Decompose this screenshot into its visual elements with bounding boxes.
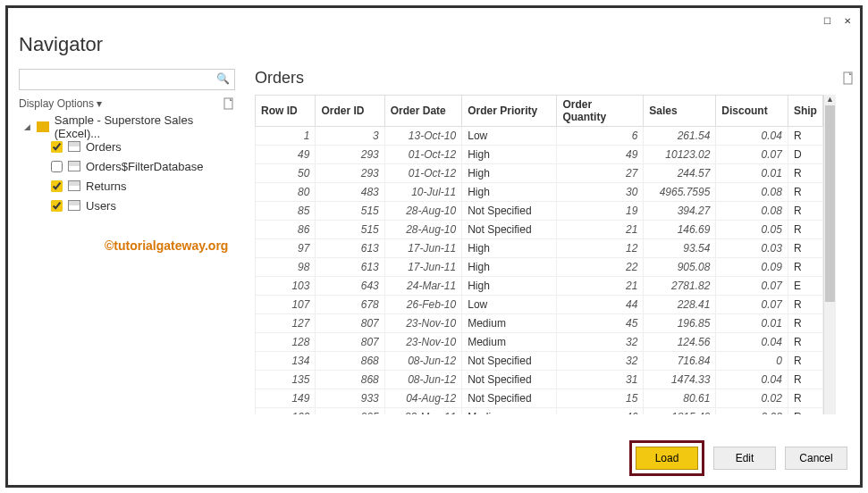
cell: R (788, 183, 822, 202)
tree-root[interactable]: ◢ Sample - Superstore Sales (Excel)... (13, 117, 240, 137)
cell: R (788, 352, 822, 371)
cell: Low (462, 127, 557, 146)
cell: 85 (256, 202, 316, 221)
cell: 0.08 (716, 202, 788, 221)
table-row[interactable]: 8651528-Aug-10Not Specified21146.690.05R (256, 221, 823, 239)
cell: R (788, 408, 822, 415)
cell: D (788, 146, 822, 164)
table-row[interactable]: 12780723-Nov-10Medium45196.850.01R (256, 314, 823, 333)
table-row[interactable]: 9861317-Jun-11High22905.080.09R (256, 258, 823, 277)
data-grid: Row ID Order ID Order Date Order Priorit… (255, 95, 823, 414)
display-options[interactable]: Display Options ▾ (19, 97, 235, 110)
cancel-button[interactable]: Cancel (785, 447, 847, 470)
tree-item-returns[interactable]: Returns (13, 176, 240, 196)
col-header[interactable]: Discount (716, 96, 788, 127)
collapse-icon[interactable]: ◢ (24, 122, 31, 131)
cell: Not Specified (462, 352, 557, 371)
cell: 80 (256, 183, 316, 202)
page-icon[interactable] (842, 71, 855, 86)
col-header[interactable]: Order Date (384, 96, 461, 127)
col-header[interactable]: Ship (788, 96, 822, 127)
table-row[interactable]: 10767826-Feb-10Low44228.410.07R (256, 296, 823, 314)
col-header[interactable]: Row ID (256, 96, 316, 127)
tree-checkbox[interactable] (51, 180, 63, 192)
cell: R (788, 333, 822, 352)
cell: 807 (316, 314, 384, 333)
cell: 49 (557, 146, 644, 164)
cell: 0.07 (716, 296, 788, 314)
tree-item-ordersfilter[interactable]: Orders$FilterDatabase (13, 156, 240, 176)
cell: 0.02 (716, 389, 788, 408)
cell: R (788, 202, 822, 221)
col-header[interactable]: Sales (644, 96, 716, 127)
tree-item-users[interactable]: Users (13, 196, 240, 215)
cell: 3 (316, 127, 384, 146)
cell: 0.04 (716, 371, 788, 389)
cell: High (462, 239, 557, 258)
cell: 261.54 (644, 127, 716, 146)
cell: 32 (557, 333, 644, 352)
cell: 0.07 (716, 277, 788, 296)
scroll-up-icon[interactable]: ▲ (824, 95, 836, 104)
cell: 483 (316, 183, 384, 202)
cell: 807 (316, 333, 384, 352)
vertical-scrollbar[interactable]: ▲ ▼ (823, 95, 836, 414)
cell: 515 (316, 221, 384, 239)
close-icon[interactable]: ✕ (844, 16, 851, 26)
table-row[interactable]: 14993304-Aug-12Not Specified1580.610.02R (256, 389, 823, 408)
cell: 868 (316, 352, 384, 371)
cell: 868 (316, 371, 384, 389)
cell: 1474.33 (644, 371, 716, 389)
header-row: Row ID Order ID Order Date Order Priorit… (256, 96, 823, 127)
cell: 01-Oct-12 (384, 164, 461, 183)
table-row[interactable]: 13486808-Jun-12Not Specified32716.840R (256, 352, 823, 371)
cell: 15 (557, 389, 644, 408)
cell: Medium (462, 408, 557, 415)
cell: 0.07 (716, 146, 788, 164)
cell: High (462, 183, 557, 202)
preview-panel: Orders Row ID (246, 69, 855, 428)
cell: 86 (256, 221, 316, 239)
cell: R (788, 371, 822, 389)
maximize-icon[interactable]: ☐ (823, 16, 831, 26)
table-row[interactable]: 8551528-Aug-10Not Specified19394.270.08R (256, 202, 823, 221)
cell: 134 (256, 352, 316, 371)
cell: 394.27 (644, 202, 716, 221)
cell: 160 (256, 408, 316, 415)
cell: R (788, 164, 822, 183)
table-row[interactable]: 8048310-Jul-11High304965.75950.08R (256, 183, 823, 202)
table-row[interactable]: 10364324-Mar-11High212781.820.07E (256, 277, 823, 296)
table-row[interactable]: 1313-Oct-10Low6261.540.04R (256, 127, 823, 146)
search-input[interactable] (19, 69, 235, 90)
table-icon (68, 200, 80, 211)
cell: 12 (557, 239, 644, 258)
col-header[interactable]: Order Priority (462, 96, 557, 127)
scroll-thumb[interactable] (825, 105, 835, 302)
table-row[interactable]: 5029301-Oct-12High27244.570.01R (256, 164, 823, 183)
cell: R (788, 314, 822, 333)
tree-checkbox[interactable] (51, 200, 63, 212)
load-button[interactable]: Load (636, 447, 698, 470)
table-icon (68, 161, 80, 171)
cell: 995 (316, 408, 384, 415)
cell: 27 (557, 164, 644, 183)
cell: 228.41 (644, 296, 716, 314)
edit-button[interactable]: Edit (713, 447, 776, 470)
tree-checkbox[interactable] (51, 161, 63, 172)
table-row[interactable]: 13586808-Jun-12Not Specified311474.330.0… (256, 371, 823, 389)
cell: High (462, 146, 557, 164)
search-icon[interactable]: 🔍 (216, 72, 230, 85)
table-row[interactable]: 9761317-Jun-11High1293.540.03R (256, 239, 823, 258)
tree-item-label: Orders (86, 140, 122, 154)
cell: 244.57 (644, 164, 716, 183)
cell: Not Specified (462, 202, 557, 221)
col-header[interactable]: Order Quantity (557, 96, 644, 127)
table-row[interactable]: 12880723-Nov-10Medium32124.560.04R (256, 333, 823, 352)
table-row[interactable]: 4929301-Oct-12High4910123.020.07D (256, 146, 823, 164)
refresh-icon[interactable] (223, 97, 235, 110)
table-row[interactable]: 16099530-May-11Medium461815.490.03R (256, 408, 823, 415)
col-header[interactable]: Order ID (316, 96, 384, 127)
cell: R (788, 296, 822, 314)
tree-checkbox[interactable] (51, 141, 63, 153)
cell: R (788, 127, 822, 146)
